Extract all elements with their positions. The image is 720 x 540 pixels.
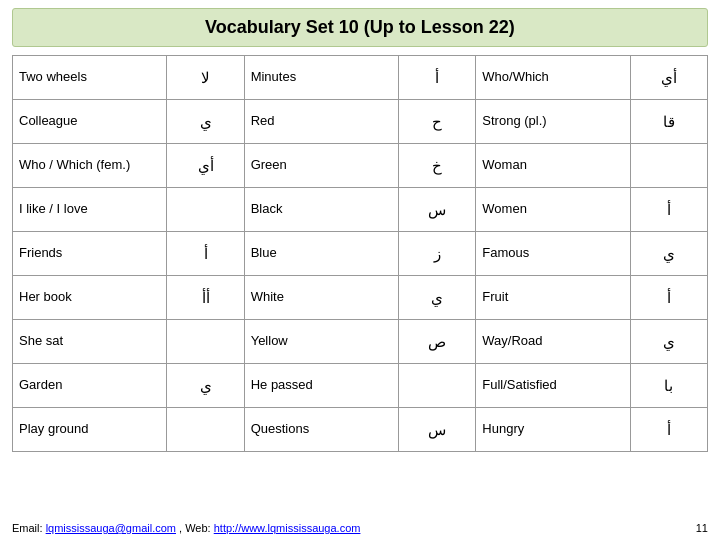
arabic-cell: أ xyxy=(630,408,707,452)
table-row: Famous xyxy=(476,232,630,276)
vocabulary-table: Two wheelsلاMinutesأWho/WhichأيColleague… xyxy=(12,55,708,518)
arabic-cell: ي xyxy=(167,100,244,144)
table-row: Who / Which (fem.) xyxy=(13,144,167,188)
page-number: 11 xyxy=(696,522,708,534)
arabic-cell: أي xyxy=(630,56,707,100)
arabic-cell: قا xyxy=(630,100,707,144)
table-row: Questions xyxy=(244,408,398,452)
table-row: Black xyxy=(244,188,398,232)
arabic-cell xyxy=(167,188,244,232)
arabic-cell: ي xyxy=(399,276,476,320)
arabic-cell: ي xyxy=(630,232,707,276)
table-row: White xyxy=(244,276,398,320)
table-row: Garden xyxy=(13,364,167,408)
page-title: Vocabulary Set 10 (Up to Lesson 22) xyxy=(12,8,708,47)
table-row: Who/Which xyxy=(476,56,630,100)
table-row: He passed xyxy=(244,364,398,408)
table-row: Woman xyxy=(476,144,630,188)
arabic-cell: أ xyxy=(399,56,476,100)
footer: Email: lqmississauga@gmail.com , Web: ht… xyxy=(12,518,708,536)
arabic-cell: خ xyxy=(399,144,476,188)
email-label: Email: xyxy=(12,522,46,534)
table-row: Way/Road xyxy=(476,320,630,364)
arabic-cell: لا xyxy=(167,56,244,100)
web-link[interactable]: http://www.lqmississauga.com xyxy=(214,522,361,534)
arabic-cell: س xyxy=(399,188,476,232)
arabic-cell: ز xyxy=(399,232,476,276)
arabic-cell: ي xyxy=(630,320,707,364)
arabic-cell: ص xyxy=(399,320,476,364)
arabic-cell: أ xyxy=(630,188,707,232)
table-row: Full/Satisfied xyxy=(476,364,630,408)
table-row: Women xyxy=(476,188,630,232)
arabic-cell: أي xyxy=(167,144,244,188)
table-row: Friends xyxy=(13,232,167,276)
arabic-cell: ح xyxy=(399,100,476,144)
table-row: Two wheels xyxy=(13,56,167,100)
table-row: She sat xyxy=(13,320,167,364)
table-row: Green xyxy=(244,144,398,188)
arabic-cell: س xyxy=(399,408,476,452)
table-row: Fruit xyxy=(476,276,630,320)
arabic-cell xyxy=(167,320,244,364)
web-label: Web: xyxy=(185,522,214,534)
arabic-cell: أ xyxy=(167,232,244,276)
table-row: Colleague xyxy=(13,100,167,144)
arabic-cell: أأ xyxy=(167,276,244,320)
table-row: Hungry xyxy=(476,408,630,452)
arabic-cell: ي xyxy=(167,364,244,408)
table-row: I like / I love xyxy=(13,188,167,232)
table-row: Minutes xyxy=(244,56,398,100)
table-row: Red xyxy=(244,100,398,144)
arabic-cell: أ xyxy=(630,276,707,320)
arabic-cell xyxy=(399,364,476,408)
table-row: Play ground xyxy=(13,408,167,452)
table-row: Strong (pl.) xyxy=(476,100,630,144)
arabic-cell: با xyxy=(630,364,707,408)
email-link[interactable]: lqmississauga@gmail.com xyxy=(46,522,176,534)
arabic-cell xyxy=(167,408,244,452)
table-row: Yellow xyxy=(244,320,398,364)
arabic-cell xyxy=(630,144,707,188)
table-row: Blue xyxy=(244,232,398,276)
table-row: Her book xyxy=(13,276,167,320)
